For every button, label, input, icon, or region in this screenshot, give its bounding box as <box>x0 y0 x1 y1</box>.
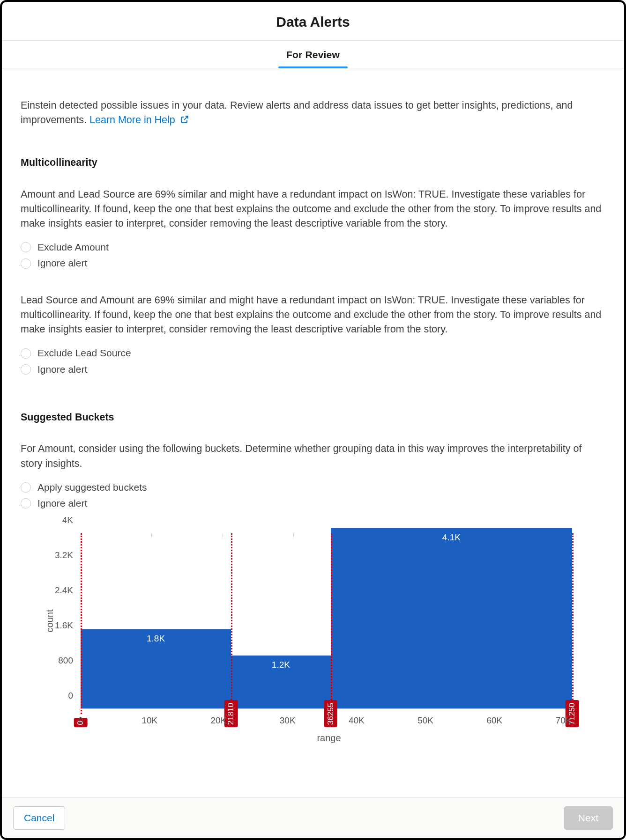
cut-line <box>81 533 82 714</box>
radio-icon <box>21 348 31 359</box>
x-ticks: 010K20K30K40K50K60K70K <box>81 714 577 727</box>
modal-footer: Cancel Next <box>2 797 624 838</box>
chart-bar: 1.8K <box>81 629 231 708</box>
y-tick: 4K <box>30 514 77 527</box>
cut-line <box>572 533 574 714</box>
bar-value-label: 1.8K <box>81 632 231 645</box>
radio-exclude-lead-source[interactable]: Exclude Lead Source <box>21 346 605 360</box>
page-title: Data Alerts <box>2 2 624 41</box>
radio-label: Ignore alert <box>37 362 87 376</box>
cut-line <box>231 533 232 714</box>
x-tick: 50K <box>417 714 433 727</box>
y-tick: 0 <box>30 689 77 702</box>
radio-label: Exclude Lead Source <box>37 346 131 360</box>
bucket-chart: count 08001.6K2.4K3.2K4K 1.8K1.2K4.1K021… <box>30 533 605 745</box>
x-tick: 30K <box>280 714 296 727</box>
x-tick: 0 <box>78 714 83 727</box>
learn-more-label: Learn More in Help <box>89 114 175 125</box>
learn-more-link[interactable]: Learn More in Help <box>89 114 189 125</box>
alert-multicollinearity-2: Lead Source and Amount are 69% similar a… <box>21 293 605 376</box>
radio-ignore-alert-3[interactable]: Ignore alert <box>21 496 605 510</box>
content: Einstein detected possible issues in you… <box>2 68 624 759</box>
x-tick: 70K <box>556 714 572 727</box>
plot-area: 1.8K1.2K4.1K0218103625571250 <box>81 533 577 709</box>
y-tick: 1.6K <box>30 619 77 632</box>
scroll-area[interactable]: Einstein detected possible issues in you… <box>2 68 624 797</box>
tab-for-review[interactable]: For Review <box>281 41 345 68</box>
modal-window: Data Alerts For Review Einstein detected… <box>0 0 626 840</box>
multicollinearity-heading: Multicollinearity <box>21 155 605 170</box>
alert-text: For Amount, consider using the following… <box>21 442 605 471</box>
external-link-icon <box>180 115 189 124</box>
radio-label: Ignore alert <box>37 496 87 510</box>
radio-label: Ignore alert <box>37 256 87 270</box>
bar-value-label: 1.2K <box>231 658 331 671</box>
radio-apply-buckets[interactable]: Apply suggested buckets <box>21 480 605 494</box>
radio-icon <box>21 242 31 252</box>
chart-bar: 4.1K <box>331 528 572 708</box>
y-tick: 2.4K <box>30 584 77 597</box>
radio-exclude-amount[interactable]: Exclude Amount <box>21 240 605 254</box>
y-tick: 800 <box>30 654 77 667</box>
radio-label: Apply suggested buckets <box>37 480 147 494</box>
y-tick: 3.2K <box>30 549 77 562</box>
radio-ignore-alert-1[interactable]: Ignore alert <box>21 256 605 270</box>
y-ticks: 08001.6K2.4K3.2K4K <box>30 533 77 709</box>
cancel-button[interactable]: Cancel <box>13 806 65 830</box>
tab-bar: For Review <box>2 41 624 68</box>
chart-bar: 1.2K <box>231 656 331 708</box>
radio-ignore-alert-2[interactable]: Ignore alert <box>21 362 605 376</box>
alert-suggested-buckets: For Amount, consider using the following… <box>21 442 605 510</box>
x-tick: 40K <box>349 714 365 727</box>
alert-text: Lead Source and Amount are 69% similar a… <box>21 293 605 337</box>
cut-line <box>331 533 332 714</box>
suggested-buckets-heading: Suggested Buckets <box>21 410 605 425</box>
intro-text: Einstein detected possible issues in you… <box>21 98 605 127</box>
radio-icon <box>21 258 31 269</box>
radio-label: Exclude Amount <box>37 240 109 254</box>
radio-icon <box>21 364 31 375</box>
alert-text: Amount and Lead Source are 69% similar a… <box>21 187 605 231</box>
x-axis-label: range <box>81 731 577 745</box>
x-tick: 10K <box>142 714 157 727</box>
alert-multicollinearity-1: Amount and Lead Source are 69% similar a… <box>21 187 605 271</box>
x-tick: 60K <box>486 714 502 727</box>
radio-icon <box>21 482 31 493</box>
bar-value-label: 4.1K <box>331 531 572 544</box>
radio-icon <box>21 498 31 508</box>
next-button[interactable]: Next <box>564 806 613 830</box>
x-tick: 20K <box>211 714 227 727</box>
